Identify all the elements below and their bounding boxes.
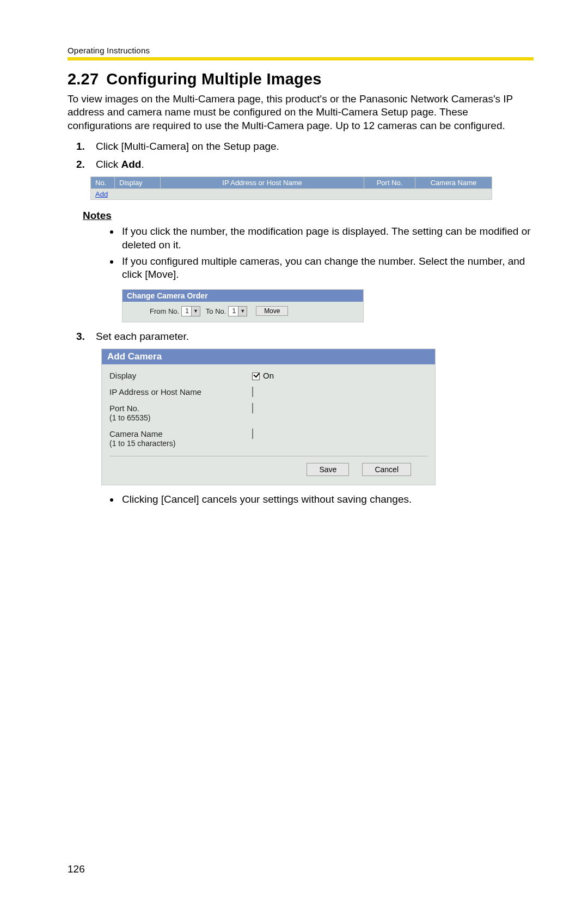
add-camera-title: Add Camera [102, 349, 435, 364]
step-number: 2. [76, 158, 85, 172]
step-3: 3. Set each parameter. [68, 330, 534, 344]
name-sublabel: (1 to 15 characters) [109, 439, 252, 448]
name-label: Camera Name [109, 429, 163, 438]
table-header-row: No. Display IP Address or Host Name Port… [91, 177, 492, 188]
col-camera: Camera Name [415, 177, 492, 188]
post-note: Clicking [Cancel] cancels your settings … [120, 493, 534, 507]
step-1: 1. Click [Multi-Camera] on the Setup pag… [68, 140, 534, 154]
step-number: 3. [76, 330, 85, 344]
from-label: From No. [150, 307, 179, 315]
display-label: Display [109, 371, 252, 381]
ip-label: IP Address or Host Name [109, 387, 252, 397]
page-number: 126 [68, 863, 85, 875]
step-1-text: Click [Multi-Camera] on the Setup page. [96, 141, 279, 152]
add-link[interactable]: Add [95, 190, 108, 198]
port-sublabel: (1 to 65535) [109, 413, 252, 423]
step-2-bold: Add [121, 158, 141, 170]
display-value-text: On [263, 371, 274, 380]
intro-paragraph: To view images on the Multi-Camera page,… [68, 93, 534, 132]
port-label: Port No. [109, 404, 139, 413]
ip-input[interactable] [252, 387, 253, 397]
step-2-post: . [141, 158, 144, 170]
col-no: No. [91, 177, 115, 188]
row-display: Display On [102, 368, 435, 384]
section-title: 2.27Configuring Multiple Images [68, 70, 534, 88]
display-checkbox[interactable] [252, 373, 260, 380]
section-title-text: Configuring Multiple Images [106, 70, 321, 88]
port-input[interactable] [252, 403, 253, 413]
running-head: Operating Instructions [68, 46, 534, 55]
section-number: 2.27 [68, 70, 99, 88]
note-item: If you click the number, the modificatio… [120, 225, 534, 252]
col-port: Port No. [364, 177, 415, 188]
from-value: 1 [182, 307, 191, 315]
row-ip: IP Address or Host Name [102, 384, 435, 400]
step-2: 2. Click Add. [68, 158, 534, 172]
note-item: If you configured multiple cameras, you … [120, 255, 534, 282]
row-port: Port No. (1 to 65535) [102, 400, 435, 426]
header-divider [68, 57, 534, 60]
name-input[interactable] [252, 429, 253, 439]
move-button[interactable]: Move [256, 306, 288, 316]
cancel-button[interactable]: Cancel [362, 463, 411, 476]
step-number: 1. [76, 140, 85, 154]
step-3-text: Set each parameter. [96, 331, 189, 342]
col-display: Display [115, 177, 161, 188]
from-select[interactable]: 1 ▼ [181, 306, 200, 316]
camera-list-table: No. Display IP Address or Host Name Port… [90, 176, 492, 200]
row-name: Camera Name (1 to 15 characters) [102, 426, 435, 452]
change-order-title: Change Camera Order [122, 290, 363, 302]
chevron-down-icon: ▼ [238, 307, 247, 316]
to-value: 1 [229, 307, 238, 315]
change-order-panel: Change Camera Order From No. 1 ▼ To No. … [122, 289, 364, 322]
col-ip: IP Address or Host Name [161, 177, 364, 188]
table-row: Add [91, 188, 492, 200]
save-button[interactable]: Save [307, 463, 349, 476]
chevron-down-icon: ▼ [191, 307, 200, 316]
notes-heading: Notes [83, 210, 534, 222]
step-2-pre: Click [96, 158, 121, 170]
to-select[interactable]: 1 ▼ [228, 306, 247, 316]
to-label: To No. [206, 307, 226, 315]
add-camera-panel: Add Camera Display On IP Address or Host… [101, 349, 436, 485]
